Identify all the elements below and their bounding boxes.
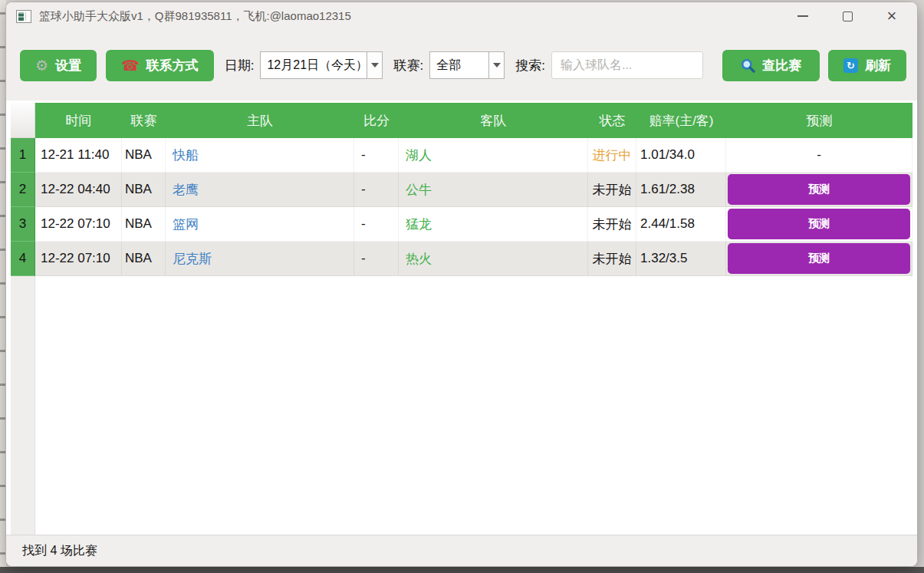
desktop-background-bottom xyxy=(0,567,924,573)
table-row[interactable]: 4 12-22 07:10 NBA 尼克斯 - 热火 未开始 1.32/3.5 … xyxy=(11,242,912,276)
header-time: 时间 xyxy=(35,103,122,138)
date-select[interactable]: 12月21日（今天） xyxy=(260,51,383,79)
maximize-icon xyxy=(843,12,853,21)
toolbar: ⚙ 设置 ☎ 联系方式 日期: 12月21日（今天） 联赛: 全部 搜索: 查比… xyxy=(6,30,917,100)
cell-league: NBA xyxy=(122,207,166,242)
table-row[interactable]: 3 12-22 07:10 NBA 篮网 - 猛龙 未开始 2.44/1.58 … xyxy=(11,207,912,242)
search-label: 搜索: xyxy=(515,57,545,74)
app-window: 篮球小助手大众版v1，Q群981935811，飞机:@laomao12315 ×… xyxy=(5,2,918,567)
header-score: 比分 xyxy=(354,103,399,138)
header-home-team: 主队 xyxy=(166,103,354,138)
refresh-icon: ↻ xyxy=(843,58,858,73)
cell-status: 未开始 xyxy=(588,173,636,207)
chevron-down-icon xyxy=(488,52,504,78)
cell-score: - xyxy=(354,207,399,242)
cell-status: 进行中 xyxy=(588,138,636,173)
header-odds: 赔率(主/客) xyxy=(636,103,726,138)
cell-home-team: 快船 xyxy=(166,138,354,173)
league-value: 全部 xyxy=(430,52,488,78)
window-controls: × xyxy=(781,4,914,28)
cell-score: - xyxy=(354,242,399,276)
cell-odds: 1.32/3.5 xyxy=(636,242,726,276)
predict-button[interactable]: 预测 xyxy=(728,174,910,205)
cell-prediction: 预测 预测 xyxy=(726,242,912,276)
close-button[interactable]: × xyxy=(870,4,914,28)
cell-odds: 2.44/1.58 xyxy=(636,207,726,242)
cell-score: - xyxy=(354,138,399,173)
matches-table-area: 时间 联赛 主队 比分 客队 状态 赔率(主/客) 预测 1 12-21 11:… xyxy=(6,100,917,535)
refresh-label: 刷新 xyxy=(865,57,891,74)
cell-score: - xyxy=(354,173,399,207)
row-number[interactable]: 3 xyxy=(11,207,35,242)
cell-league: NBA xyxy=(122,242,166,276)
cell-time: 12-21 11:40 xyxy=(35,138,122,173)
cell-away-team: 湖人 xyxy=(399,138,588,173)
table-empty-area xyxy=(11,276,912,535)
row-number[interactable]: 1 xyxy=(11,138,35,173)
contact-button[interactable]: ☎ 联系方式 xyxy=(106,50,214,81)
header-prediction: 预测 xyxy=(726,103,912,138)
table-row[interactable]: 2 12-22 04:40 NBA 老鹰 - 公牛 未开始 1.61/2.38 … xyxy=(11,173,912,207)
table-corner-cell xyxy=(11,103,35,138)
date-value: 12月21日（今天） xyxy=(261,52,367,78)
titlebar: 篮球小助手大众版v1，Q群981935811，飞机:@laomao12315 × xyxy=(6,2,917,30)
cell-odds: 1.61/2.38 xyxy=(636,173,726,207)
cell-away-team: 公牛 xyxy=(399,173,588,207)
window-title: 篮球小助手大众版v1，Q群981935811，飞机:@laomao12315 xyxy=(39,9,351,24)
cell-away-team: 猛龙 xyxy=(399,207,588,242)
cell-status: 未开始 xyxy=(588,242,636,276)
cell-league: NBA xyxy=(122,138,166,173)
cell-status: 未开始 xyxy=(588,207,636,242)
status-text: 找到 4 场比赛 xyxy=(22,543,97,559)
search-input[interactable] xyxy=(551,51,703,79)
settings-label: 设置 xyxy=(55,57,81,74)
contact-label: 联系方式 xyxy=(146,57,199,74)
find-match-button[interactable]: 查比赛 xyxy=(722,50,820,81)
find-match-label: 查比赛 xyxy=(762,57,801,74)
cell-league: NBA xyxy=(122,173,166,207)
league-select[interactable]: 全部 xyxy=(429,51,505,79)
cell-prediction: 预测 预测 xyxy=(726,173,912,207)
cell-away-team: 热火 xyxy=(399,242,588,276)
header-league: 联赛 xyxy=(122,103,166,138)
cell-time: 12-22 04:40 xyxy=(35,173,122,207)
minimize-button[interactable] xyxy=(781,4,825,28)
cell-prediction: 预测 预测 xyxy=(726,207,912,242)
header-away-team: 客队 xyxy=(399,103,588,138)
refresh-button[interactable]: ↻ 刷新 xyxy=(828,50,906,81)
cell-time: 12-22 07:10 xyxy=(35,207,122,242)
chevron-down-icon xyxy=(367,52,382,78)
status-bar: 找到 4 场比赛 xyxy=(6,535,917,566)
league-label: 联赛: xyxy=(393,57,423,74)
search-icon xyxy=(741,58,755,73)
phone-icon: ☎ xyxy=(121,57,140,74)
header-status: 状态 xyxy=(588,103,636,138)
app-icon xyxy=(16,10,31,23)
row-number[interactable]: 2 xyxy=(11,173,35,207)
predict-button[interactable]: 预测 xyxy=(728,243,910,274)
cell-home-team: 篮网 xyxy=(166,207,354,242)
row-number-gutter xyxy=(11,276,35,535)
prediction-empty: - xyxy=(817,147,821,163)
cell-home-team: 尼克斯 xyxy=(166,242,354,276)
settings-button[interactable]: ⚙ 设置 xyxy=(20,50,97,81)
row-number[interactable]: 4 xyxy=(11,242,35,276)
cell-odds: 1.01/34.0 xyxy=(636,138,726,173)
minimize-icon xyxy=(797,15,808,17)
cell-prediction: - - xyxy=(726,138,912,173)
cell-time: 12-22 07:10 xyxy=(35,242,122,276)
date-label: 日期: xyxy=(225,57,255,74)
cell-home-team: 老鹰 xyxy=(166,173,354,207)
gear-icon: ⚙ xyxy=(35,57,48,74)
table-body: 1 12-21 11:40 NBA 快船 - 湖人 进行中 1.01/34.0 … xyxy=(11,138,912,276)
table-row[interactable]: 1 12-21 11:40 NBA 快船 - 湖人 进行中 1.01/34.0 … xyxy=(11,138,912,173)
close-icon: × xyxy=(887,8,897,25)
predict-button[interactable]: 预测 xyxy=(728,209,910,239)
maximize-button[interactable] xyxy=(825,4,870,28)
table-header: 时间 联赛 主队 比分 客队 状态 赔率(主/客) 预测 xyxy=(11,103,912,138)
